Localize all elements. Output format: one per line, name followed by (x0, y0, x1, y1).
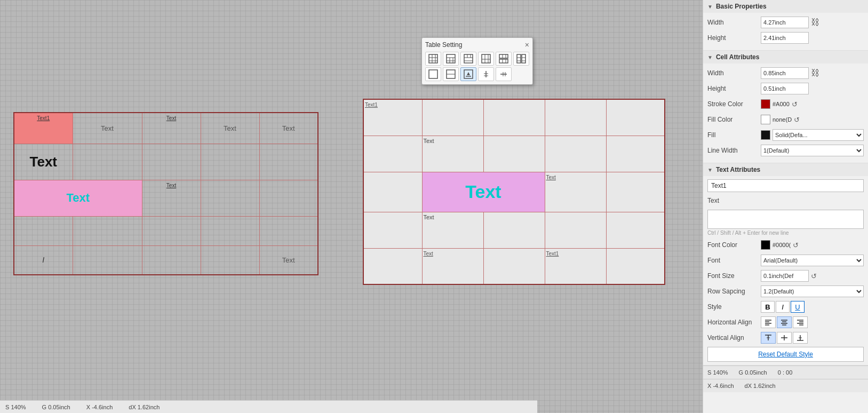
ts-btn-10[interactable] (478, 67, 494, 81)
rtable-cell-0-2[interactable] (483, 99, 545, 136)
left-cell-4-4[interactable]: Text (259, 245, 318, 275)
left-cell-0-4[interactable]: Text (259, 113, 318, 144)
rtable-cell-4-2[interactable] (483, 248, 545, 284)
fill-color-swatch[interactable] (761, 115, 770, 124)
ts-btn-4[interactable] (478, 52, 494, 66)
right-table-container[interactable]: Text1 Text Text (363, 99, 665, 285)
left-cell-0-0[interactable]: Text1 (14, 113, 73, 144)
width-input[interactable] (761, 17, 809, 28)
right-table[interactable]: Text1 Text Text (363, 99, 665, 285)
row-spacing-label: Row Sapcing (707, 288, 761, 295)
font-select[interactable]: Arial(Default) (761, 255, 864, 266)
left-cell-3-1[interactable] (73, 216, 142, 245)
valign-bottom-button[interactable] (793, 332, 808, 344)
valign-middle-button[interactable] (777, 332, 792, 344)
valign-top-button[interactable] (761, 332, 776, 344)
rtable-cell-2-4[interactable] (606, 172, 665, 212)
left-cell-1-3[interactable] (201, 144, 259, 180)
rtable-cell-4-1[interactable]: Text (422, 248, 483, 284)
left-cell-4-2[interactable] (142, 245, 201, 275)
italic-button[interactable]: I (776, 301, 790, 313)
rtable-cell-1-3[interactable] (545, 136, 606, 172)
rtable-cell-4-0[interactable] (363, 248, 422, 284)
stroke-color-refresh[interactable]: ↺ (792, 100, 798, 108)
fill-style-swatch[interactable] (761, 130, 770, 140)
font-size-refresh[interactable]: ↺ (811, 272, 817, 280)
font-size-input[interactable] (761, 270, 809, 282)
ts-btn-5[interactable] (496, 52, 512, 66)
align-center-button[interactable] (777, 316, 792, 328)
left-cell-1-2[interactable] (142, 144, 201, 180)
rtable-cell-2-0[interactable] (363, 172, 422, 212)
left-cell-3-2[interactable] (142, 216, 201, 245)
font-color-label: Font Color (707, 241, 761, 249)
table-setting-close-button[interactable]: × (525, 41, 529, 49)
ts-btn-1[interactable] (425, 52, 441, 66)
basic-properties-header[interactable]: ▼ Basic Properties (703, 0, 868, 13)
rtable-cell-1-1[interactable]: Text (422, 136, 483, 172)
align-right-button[interactable] (793, 316, 808, 328)
left-table[interactable]: Text1 Text Text Text Text Text (13, 112, 318, 275)
left-cell-0-1[interactable]: Text (73, 113, 142, 144)
left-table-container[interactable]: Text1 Text Text Text Text Text (13, 112, 318, 275)
rtable-cell-0-3[interactable] (545, 99, 606, 136)
left-cell-2-4[interactable] (259, 180, 318, 216)
line-width-select[interactable]: 1(Default) (761, 145, 864, 156)
rtable-cell-3-2[interactable] (483, 212, 545, 248)
rtable-cell-4-3[interactable]: Text1 (545, 248, 606, 284)
rtable-cell-1-4[interactable] (606, 136, 665, 172)
text-edit-area[interactable] (707, 210, 864, 229)
row-spacing-select[interactable]: 1.2(Default) (761, 285, 864, 297)
ts-btn-6[interactable] (513, 52, 529, 66)
font-color-swatch[interactable] (761, 240, 770, 250)
left-cell-4-0[interactable]: I (14, 245, 73, 275)
ts-btn-2[interactable] (443, 52, 459, 66)
rtable-cell-4-4[interactable] (606, 248, 665, 284)
rtable-cell-3-1[interactable]: Text (422, 212, 483, 248)
cell-link-icon[interactable]: ⛓ (811, 68, 819, 78)
height-input[interactable] (761, 32, 809, 44)
link-icon[interactable]: ⛓ (811, 18, 819, 27)
rtable-cell-3-0[interactable] (363, 212, 422, 248)
text-attributes-header[interactable]: ▼ Text Attributes (703, 163, 868, 176)
rtable-cell-0-0[interactable]: Text1 (363, 99, 422, 136)
reset-default-style-button[interactable]: Reset Default Style (707, 347, 864, 362)
left-cell-1-1[interactable] (73, 144, 142, 180)
rtable-cell-2-3[interactable]: Text (545, 172, 606, 212)
rtable-cell-1-0[interactable] (363, 136, 422, 172)
cell-attributes-header[interactable]: ▼ Cell Attributes (703, 51, 868, 63)
ts-btn-9[interactable] (460, 67, 476, 81)
rtable-cell-3-4[interactable] (606, 212, 665, 248)
align-left-button[interactable] (761, 316, 776, 328)
fill-select[interactable]: Solid(Defa... (773, 129, 864, 141)
rtable-merged-cell[interactable]: Text (422, 172, 545, 212)
cell-height-input[interactable] (761, 83, 809, 94)
ts-btn-11[interactable] (496, 67, 512, 81)
bold-button[interactable]: B (761, 301, 775, 313)
left-cell-1-4[interactable] (259, 144, 318, 180)
left-cell-1-0[interactable]: Text (14, 144, 73, 180)
font-color-refresh[interactable]: ↺ (793, 241, 799, 249)
rtable-cell-1-2[interactable] (483, 136, 545, 172)
left-cell-3-4[interactable] (259, 216, 318, 245)
left-cell-2-3[interactable] (201, 180, 259, 216)
left-cell-3-0[interactable] (14, 216, 73, 245)
stroke-color-swatch[interactable] (761, 99, 770, 109)
ts-btn-7[interactable] (425, 67, 441, 81)
rtable-cell-0-1[interactable] (422, 99, 483, 136)
fill-color-refresh[interactable]: ↺ (794, 116, 800, 124)
left-cell-2-2[interactable]: Text (142, 180, 201, 216)
rtable-cell-3-3[interactable] (545, 212, 606, 248)
ts-btn-3[interactable] (460, 52, 476, 66)
left-cell-0-2[interactable]: Text (142, 113, 201, 144)
cell-width-input[interactable] (761, 67, 809, 79)
underline-button[interactable]: U (791, 301, 805, 313)
ts-btn-8[interactable] (443, 67, 459, 81)
left-cell-4-1[interactable] (73, 245, 142, 275)
rtable-cell-0-4[interactable] (606, 99, 665, 136)
left-cell-merged[interactable]: Text (14, 180, 142, 216)
left-cell-3-3[interactable] (201, 216, 259, 245)
canvas-area[interactable]: Table Setting × (0, 0, 703, 413)
left-cell-4-3[interactable] (201, 245, 259, 275)
left-cell-0-3[interactable]: Text (201, 113, 259, 144)
